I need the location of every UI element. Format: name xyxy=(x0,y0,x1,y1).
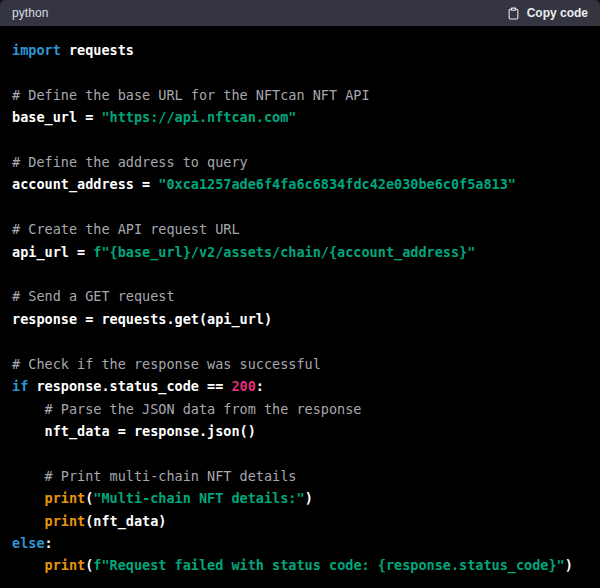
code-token-plain xyxy=(12,401,45,417)
code-line: print(f"Request failed with status code:… xyxy=(12,557,573,573)
code-line: if response.status_code == 200: xyxy=(12,378,264,394)
code-token-plain: account_address = xyxy=(12,176,158,192)
code-token-string: "https://api.nftcan.com" xyxy=(101,109,296,125)
language-label: python xyxy=(12,6,49,20)
code-line: print(nft_data) xyxy=(12,513,166,529)
code-line: base_url = "https://api.nftcan.com" xyxy=(12,109,296,125)
code-line: # Create the API request URL xyxy=(12,221,240,237)
code-token-comment: # Parse the JSON data from the response xyxy=(45,401,362,417)
code-line: print("Multi-chain NFT details:") xyxy=(12,490,313,506)
code-line: # Send a GET request xyxy=(12,288,175,304)
code-token-plain xyxy=(12,468,45,484)
code-line: api_url = f"{base_url}/v2/assets/chain/{… xyxy=(12,244,475,260)
copy-code-label: Copy code xyxy=(527,6,588,20)
code-token-string: f"Request failed with status code: {resp… xyxy=(93,557,564,573)
code-token-keyword: import xyxy=(12,42,61,58)
code-token-string: "0xca1257ade6f4fa6c6834fdc42e030be6c0f5a… xyxy=(158,176,516,192)
code-token-builtin: print xyxy=(45,557,86,573)
code-token-keyword: else xyxy=(12,535,45,551)
python-code: import requests # Define the base URL fo… xyxy=(12,39,588,577)
code-token-comment: # Send a GET request xyxy=(12,288,175,304)
code-line: nft_data = response.json() xyxy=(12,423,256,439)
code-token-plain: nft_data = response.json() xyxy=(12,423,256,439)
code-token-plain xyxy=(12,490,45,506)
code-token-plain: response.status_code == xyxy=(28,378,231,394)
code-area[interactable]: import requests # Define the base URL fo… xyxy=(0,26,600,588)
code-token-plain: api_url = xyxy=(12,244,93,260)
code-token-plain: : xyxy=(45,535,53,551)
code-line: # Define the address to query xyxy=(12,154,248,170)
code-token-plain: base_url = xyxy=(12,109,101,125)
code-token-builtin: print xyxy=(45,490,86,506)
code-token-plain: : xyxy=(256,378,264,394)
code-token-string: "Multi-chain NFT details:" xyxy=(93,490,304,506)
code-line: # Print multi-chain NFT details xyxy=(12,468,296,484)
code-token-comment: # Define the address to query xyxy=(12,154,248,170)
code-token-comment: # Print multi-chain NFT details xyxy=(45,468,297,484)
code-block-header: python Copy code xyxy=(0,0,600,26)
code-line: import requests xyxy=(12,42,134,58)
code-line: account_address = "0xca1257ade6f4fa6c683… xyxy=(12,176,516,192)
code-token-string: f"{base_url}/v2/assets/chain/{account_ad… xyxy=(93,244,475,260)
code-token-plain: ) xyxy=(565,557,573,573)
code-token-plain xyxy=(12,557,45,573)
code-token-plain: ) xyxy=(305,490,313,506)
code-token-comment: # Define the base URL for the NFTcan NFT… xyxy=(12,87,370,103)
code-line: # Define the base URL for the NFTcan NFT… xyxy=(12,87,370,103)
code-token-builtin: print xyxy=(45,513,86,529)
code-token-comment: # Create the API request URL xyxy=(12,221,240,237)
code-token-plain: (nft_data) xyxy=(85,513,166,529)
code-token-plain xyxy=(12,513,45,529)
code-block: python Copy code import requests # Defin… xyxy=(0,0,600,588)
clipboard-icon xyxy=(507,6,520,21)
code-token-keyword: if xyxy=(12,378,28,394)
code-token-comment: # Check if the response was successful xyxy=(12,356,321,372)
code-line: # Check if the response was successful xyxy=(12,356,321,372)
code-line: # Parse the JSON data from the response xyxy=(12,401,362,417)
code-line: response = requests.get(api_url) xyxy=(12,311,272,327)
code-token-number: 200 xyxy=(231,378,255,394)
code-line: else: xyxy=(12,535,53,551)
code-token-plain: response = requests.get(api_url) xyxy=(12,311,272,327)
code-token-plain: requests xyxy=(61,42,134,58)
copy-code-button[interactable]: Copy code xyxy=(507,4,588,23)
